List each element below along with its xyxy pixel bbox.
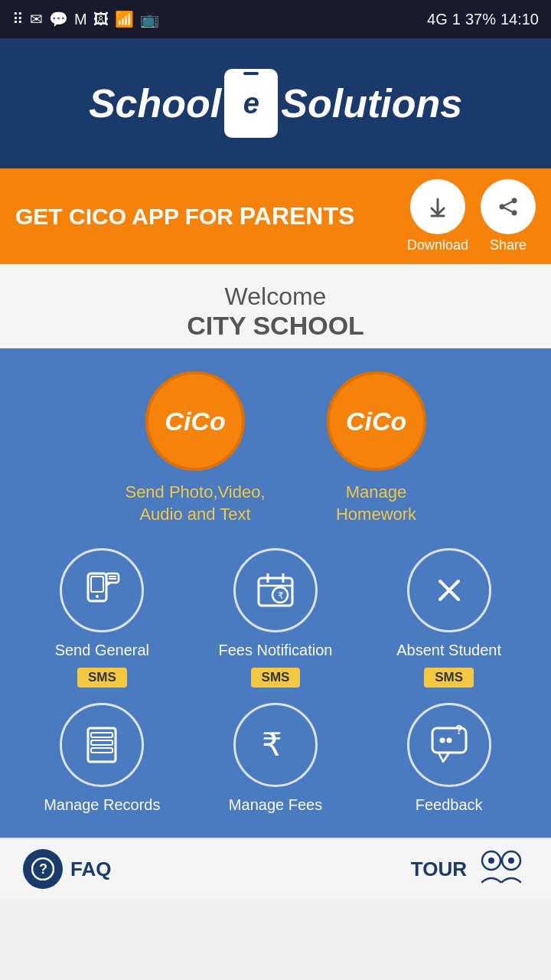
sim-icon: 1 <box>452 11 461 28</box>
svg-point-4 <box>512 211 517 216</box>
feedback-label: Feedback <box>416 795 483 815</box>
banner-text: GET CICO APP FOR PARENTS <box>15 202 354 230</box>
absent-student-icon <box>407 548 491 632</box>
top-feature-row: CiCo Send Photo,Video,Audio and Text CiC… <box>15 371 536 525</box>
svg-text:?: ? <box>39 861 47 877</box>
banner-parents: PARENTS <box>240 202 355 230</box>
x-mark-icon <box>425 566 474 615</box>
middle-feature-row: Send General SMS ₹ Fees Notification SMS <box>15 548 536 688</box>
manage-fees-label: Manage Fees <box>229 795 322 815</box>
main-grid: CiCo Send Photo,Video,Audio and Text CiC… <box>0 348 551 838</box>
battery-icon: 37% <box>465 11 496 28</box>
fees-notification-label: Fees Notification <box>219 640 333 660</box>
image-icon: 🖼 <box>93 11 109 28</box>
welcome-section: Welcome CITY SCHOOL <box>0 264 551 348</box>
cico-logo-2: CiCo <box>346 407 406 436</box>
feedback-icon: ? <box>407 703 491 787</box>
svg-point-2 <box>494 193 522 220</box>
footer: ? FAQ TOUR <box>0 838 551 899</box>
svg-text:?: ? <box>455 724 463 737</box>
svg-point-28 <box>439 738 445 743</box>
svg-text:₹: ₹ <box>262 727 282 763</box>
svg-rect-23 <box>91 733 112 737</box>
manage-homework-icon: CiCo <box>327 371 426 471</box>
wifi-icon: 📶 <box>115 10 134 28</box>
menu-icon: ⠿ <box>12 10 24 28</box>
status-right: 4G 1 37% 14:10 <box>427 11 539 28</box>
banner-actions: Download Share <box>407 179 536 253</box>
bottom-feature-row: Manage Records ₹ Manage Fees ? Feedback <box>15 703 536 815</box>
download-arrow-icon <box>424 193 452 220</box>
absent-student-button[interactable]: Absent Student SMS <box>362 548 536 688</box>
gmail2-icon: M <box>74 11 87 28</box>
status-left: ⠿ ✉ 💬 M 🖼 📶 📺 <box>12 10 159 28</box>
send-general-label: Send General <box>55 640 149 660</box>
phone-notch <box>243 72 259 75</box>
faq-icon: ? <box>23 849 63 889</box>
logo-right-text: Solutions <box>281 80 462 126</box>
download-icon-circle <box>410 179 465 234</box>
absent-student-label: Absent Student <box>396 640 501 660</box>
records-icon <box>77 720 126 769</box>
manage-records-button[interactable]: Manage Records <box>15 703 189 815</box>
send-media-icon: CiCo <box>145 371 245 471</box>
phone-message-icon <box>77 566 126 615</box>
svg-point-5 <box>500 204 505 210</box>
svg-point-3 <box>512 198 517 204</box>
send-general-sms-button[interactable]: Send General SMS <box>15 548 189 688</box>
manage-homework-label: ManageHomework <box>336 482 416 525</box>
manage-homework-button[interactable]: CiCo ManageHomework <box>327 371 426 525</box>
svg-point-34 <box>488 858 494 864</box>
svg-point-36 <box>508 858 514 864</box>
send-media-label: Send Photo,Video,Audio and Text <box>125 482 265 525</box>
promo-banner: GET CICO APP FOR PARENTS Download <box>0 168 551 264</box>
welcome-title: Welcome <box>0 283 551 311</box>
manage-records-label: Manage Records <box>44 795 160 815</box>
time-display: 14:10 <box>500 11 539 28</box>
svg-rect-25 <box>91 748 112 753</box>
manage-fees-icon: ₹ <box>233 703 318 787</box>
fees-notification-icon: ₹ <box>233 548 318 632</box>
cico-logo-1: CiCo <box>165 407 225 436</box>
banner-prefix: GET CICO APP FOR <box>15 204 233 229</box>
school-name: CITY SCHOOL <box>0 311 551 341</box>
svg-point-10 <box>96 595 99 598</box>
calendar-money-icon: ₹ <box>251 566 300 615</box>
status-bar: ⠿ ✉ 💬 M 🖼 📶 📺 4G 1 37% 14:10 <box>0 0 551 38</box>
manage-records-icon <box>60 703 144 787</box>
tour-label: TOUR <box>411 858 467 881</box>
logo-container: School e Solutions <box>89 69 462 138</box>
download-label: Download <box>407 237 468 253</box>
manage-fees-button[interactable]: ₹ Manage Fees <box>189 703 363 815</box>
screen-icon: 📺 <box>140 10 159 28</box>
share-icon <box>494 193 522 220</box>
rupee-icon: ₹ <box>251 720 300 769</box>
app-header: School e Solutions <box>0 38 551 168</box>
sms-icon: 💬 <box>49 10 68 28</box>
send-general-icon <box>60 548 144 632</box>
tour-icon <box>474 847 528 892</box>
tour-button[interactable]: TOUR <box>411 847 528 892</box>
logo-icon: e <box>224 69 278 138</box>
share-button[interactable]: Share <box>481 179 536 253</box>
svg-text:₹: ₹ <box>278 590 284 601</box>
feedback-button[interactable]: ? Feedback <box>362 703 536 815</box>
svg-rect-24 <box>91 740 112 745</box>
faq-button[interactable]: ? FAQ <box>23 849 111 889</box>
fees-notification-button[interactable]: ₹ Fees Notification SMS <box>189 548 363 688</box>
gmail-icon: ✉ <box>30 10 43 28</box>
share-label: Share <box>490 237 527 253</box>
logo-left-text: School <box>89 80 221 126</box>
send-general-sms-badge: SMS <box>77 668 127 688</box>
share-icon-circle <box>481 179 536 234</box>
network-icon: 4G <box>427 11 448 28</box>
svg-point-29 <box>446 738 452 743</box>
send-media-button[interactable]: CiCo Send Photo,Video,Audio and Text <box>125 371 265 525</box>
svg-rect-9 <box>91 577 103 592</box>
absent-student-sms-badge: SMS <box>424 668 474 688</box>
download-button[interactable]: Download <box>407 179 468 253</box>
feedback-chat-icon: ? <box>425 720 474 769</box>
question-mark-icon: ? <box>31 858 54 880</box>
faq-label: FAQ <box>70 858 111 881</box>
fees-notification-sms-badge: SMS <box>251 668 301 688</box>
